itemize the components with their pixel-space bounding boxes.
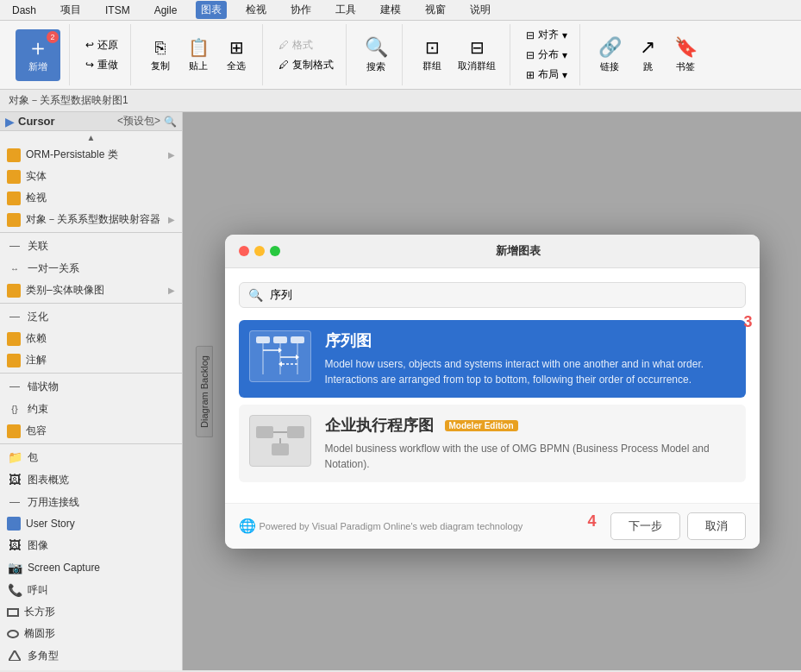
- sidebar-item-generalize[interactable]: — 泛化: [0, 305, 182, 328]
- breadcrumb: 对象－关系型数据映射图1: [0, 90, 801, 112]
- ungroup-icon: ⊟: [470, 37, 485, 58]
- sidebar-item-inspect[interactable]: 检视: [0, 187, 182, 209]
- menu-help[interactable]: 说明: [465, 1, 496, 19]
- align-button[interactable]: ⊟ 对齐▾: [523, 26, 571, 44]
- sequence-diagram-option[interactable]: 序列图 Model how users, objects and systems…: [239, 320, 746, 398]
- menu-collaborate[interactable]: 协作: [285, 1, 316, 19]
- toolbar-group-new: ＋ 新增 2: [7, 24, 70, 85]
- sidebar-header-label: Cursor: [18, 115, 114, 128]
- copy-format-button[interactable]: 🖊 复制格式: [275, 56, 337, 74]
- redo-button[interactable]: ↪ 重做: [82, 56, 122, 74]
- sidebar-item-screen-capture[interactable]: 📷 Screen Capture: [0, 556, 182, 579]
- sidebar-item-contain-label: 包容: [26, 424, 175, 438]
- sidebar-item-package[interactable]: 📁 包: [0, 446, 182, 468]
- depend-icon: [7, 332, 21, 346]
- sidebar-item-class-map[interactable]: 类别–实体映像图 ▶: [0, 279, 182, 301]
- group-button[interactable]: ⊡ 群组: [415, 34, 449, 76]
- link-button[interactable]: 🔗 链接: [592, 33, 627, 77]
- minimize-window-button[interactable]: [254, 246, 265, 256]
- sidebar-item-polygon[interactable]: 多角型: [0, 644, 182, 667]
- svg-rect-3: [291, 336, 304, 343]
- svg-rect-14: [287, 426, 304, 438]
- overview-icon: 🖼: [7, 472, 22, 487]
- sidebar-item-orm[interactable]: ORM-Persistable 类 ▶: [0, 144, 182, 166]
- paste-icon: 📋: [188, 37, 210, 58]
- divider-1: [0, 232, 182, 233]
- sidebar-preset-label: <预设包>: [117, 114, 160, 129]
- menu-model[interactable]: 建模: [375, 1, 406, 19]
- menu-itsm[interactable]: ITSM: [100, 3, 135, 18]
- generalize-icon: —: [7, 309, 22, 324]
- sidebar-item-call[interactable]: 📞 呼叫: [0, 579, 182, 601]
- relation-icon: —: [7, 238, 22, 254]
- sidebar-item-entity[interactable]: 实体: [0, 166, 182, 187]
- sidebar-item-inspect-label: 检视: [26, 191, 175, 205]
- maximize-window-button[interactable]: [270, 246, 280, 256]
- traffic-lights: [239, 246, 280, 256]
- modal-body: 🔍: [225, 268, 760, 503]
- package-icon: 📁: [7, 449, 22, 465]
- constraint-icon: {}: [7, 401, 22, 417]
- sidebar-item-polygon-label: 多角型: [28, 649, 175, 663]
- sidebar-item-universal-line[interactable]: — 万用连接线: [0, 491, 182, 513]
- sidebar-item-anchor[interactable]: — 锚状物: [0, 375, 182, 398]
- menu-view[interactable]: 视窗: [420, 1, 451, 19]
- menu-tools[interactable]: 工具: [330, 1, 361, 19]
- menu-dash[interactable]: Dash: [7, 3, 41, 18]
- bpmn-diagram-content: 企业执行程序图 Modeler Edition Model business w…: [325, 415, 735, 472]
- layout-button[interactable]: ⊞ 布局▾: [523, 66, 571, 84]
- svg-rect-2: [273, 336, 287, 343]
- menu-agile[interactable]: Agile: [149, 3, 183, 18]
- sidebar-item-contain[interactable]: 包容: [0, 420, 182, 442]
- select-all-button[interactable]: ⊞ 全选: [219, 34, 253, 76]
- screen-capture-icon: 📷: [7, 560, 22, 575]
- sidebar-item-mapper[interactable]: 对象－关系系型数据映射容器 ▶: [0, 209, 182, 230]
- close-window-button[interactable]: [239, 246, 249, 256]
- sidebar-item-depend-label: 依赖: [26, 331, 175, 346]
- ungroup-button[interactable]: ⊟ 取消群组: [453, 34, 501, 76]
- sidebar-item-note[interactable]: 注解: [0, 349, 182, 371]
- search-icon: 🔍: [365, 36, 388, 59]
- new-button[interactable]: ＋ 新增 2: [16, 29, 60, 81]
- sidebar-item-one-to-one[interactable]: ↔ 一对一关系: [0, 257, 182, 279]
- sidebar-item-constraint[interactable]: {} 约束: [0, 398, 182, 420]
- menu-diagram[interactable]: 图表: [196, 1, 227, 19]
- sidebar-item-line[interactable]: — 线条: [0, 667, 182, 670]
- bookmark-button[interactable]: 🔖 书签: [668, 33, 703, 77]
- copy-button[interactable]: ⎘ 复制: [143, 35, 178, 76]
- distribute-icon: ⊟: [526, 49, 535, 61]
- modal-search-input[interactable]: [270, 288, 736, 301]
- menu-inspect[interactable]: 检视: [241, 1, 272, 19]
- menu-bar: Dash 项目 ITSM Agile 图表 检视 协作 工具 建模 视窗 说明: [0, 0, 801, 21]
- jump-button[interactable]: ↗ 跳: [630, 33, 665, 77]
- breadcrumb-text: 对象－关系型数据映射图1: [9, 93, 128, 108]
- format-icon: 🖊: [278, 39, 289, 51]
- next-button[interactable]: 下一步: [610, 512, 680, 540]
- menu-project[interactable]: 项目: [55, 1, 86, 19]
- svg-rect-1: [256, 336, 270, 343]
- sidebar-header: ▶ Cursor <预设包> 🔍: [0, 112, 182, 131]
- anchor-icon: —: [7, 379, 22, 394]
- sidebar-item-ellipse[interactable]: 椭圆形: [0, 623, 182, 644]
- sidebar-item-image[interactable]: 🖼 图像: [0, 534, 182, 556]
- bpmn-diagram-option[interactable]: 企业执行程序图 Modeler Edition Model business w…: [239, 405, 746, 482]
- sidebar-item-user-story[interactable]: User Story: [0, 513, 182, 534]
- undo-button[interactable]: ↩ 还原: [82, 36, 122, 54]
- sidebar-item-user-story-label: User Story: [26, 518, 175, 530]
- sidebar-item-overview[interactable]: 🖼 图表概览: [0, 468, 182, 491]
- sidebar-item-relation[interactable]: — 关联: [0, 235, 182, 257]
- sidebar-item-rectangle[interactable]: 长方形: [0, 601, 182, 623]
- cancel-button[interactable]: 取消: [687, 512, 746, 540]
- search-button[interactable]: 🔍 搜索: [359, 33, 393, 77]
- align-icon: ⊟: [526, 29, 535, 41]
- main-layout: ▶ Cursor <预设包> 🔍 ▲ ORM-Persistable 类 ▶ 实…: [0, 112, 801, 670]
- powered-label: Powered by Visual Paradigm Online's web …: [260, 521, 523, 531]
- sidebar-item-depend[interactable]: 依赖: [0, 328, 182, 349]
- paste-button[interactable]: 📋 贴上: [181, 34, 216, 76]
- inspect-icon: [7, 192, 21, 205]
- new-badge: 2: [47, 31, 59, 43]
- sidebar-search-icon[interactable]: 🔍: [164, 116, 177, 128]
- modal-search-bar: 🔍: [239, 282, 746, 308]
- distribute-button[interactable]: ⊟ 分布▾: [523, 46, 571, 64]
- format-button[interactable]: 🖊 格式: [275, 36, 337, 54]
